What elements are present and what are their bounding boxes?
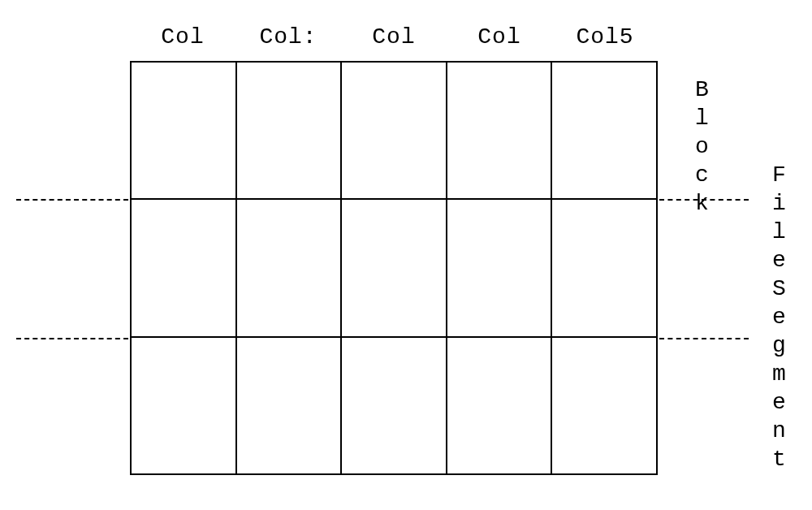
- grid-row: [132, 63, 656, 200]
- grid-cell: [552, 63, 656, 198]
- column-header-3: Col: [341, 24, 447, 50]
- block-boundary-line: [16, 199, 128, 201]
- grid-cell: [447, 200, 553, 335]
- column-header-5: Col5: [552, 24, 658, 50]
- grid-cell: [552, 338, 656, 473]
- grid-row: [132, 338, 656, 473]
- data-grid: [130, 61, 658, 475]
- grid-cell: [237, 200, 343, 335]
- grid-cell: [342, 200, 447, 335]
- grid-cell: [552, 200, 656, 335]
- grid-cell: [447, 338, 553, 473]
- grid-cell: [132, 200, 237, 335]
- grid-cell: [132, 338, 237, 473]
- grid-container: Col Col: Col Col Col5: [130, 61, 658, 475]
- column-header-1: Col: [130, 24, 235, 50]
- grid-cell: [342, 338, 447, 473]
- grid-cell: [237, 63, 343, 198]
- block-boundary-line: [659, 338, 749, 339]
- column-header-2: Col:: [235, 24, 341, 50]
- filesegment-label: FileSegment: [767, 162, 792, 475]
- block-label: Block: [689, 77, 715, 219]
- block-boundary-line: [16, 338, 128, 339]
- grid-cell: [237, 338, 343, 473]
- grid-cell: [447, 63, 553, 198]
- grid-cell: [132, 63, 237, 198]
- grid-cell: [342, 63, 447, 198]
- grid-row: [132, 200, 656, 337]
- column-header-4: Col: [447, 24, 552, 50]
